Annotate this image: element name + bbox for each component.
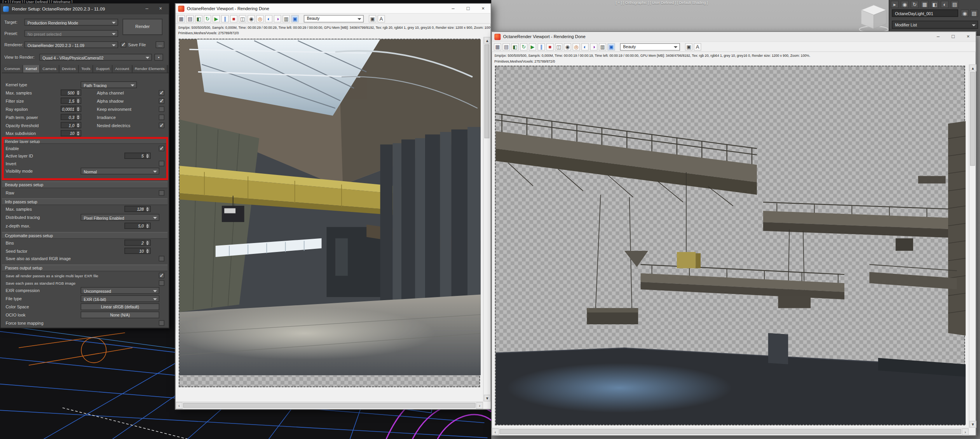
- spinner[interactable]: [145, 240, 150, 245]
- visibility-mode-dropdown[interactable]: Normal: [80, 168, 159, 175]
- file-type-dropdown[interactable]: EXR (16-bit): [80, 295, 159, 302]
- max-subdivision-field[interactable]: 10: [61, 130, 81, 136]
- scroll-down-icon[interactable]: ▾: [484, 395, 491, 402]
- keep-environment-checkbox[interactable]: [159, 106, 164, 112]
- minimize-button[interactable]: –: [931, 32, 946, 42]
- scroll-up-icon[interactable]: ▴: [484, 37, 491, 44]
- spinner[interactable]: [76, 114, 81, 119]
- close-button[interactable]: ×: [961, 32, 976, 42]
- invert-checkbox[interactable]: [159, 161, 164, 166]
- render-canvas[interactable]: [495, 66, 965, 425]
- distributed-tracing-dropdown[interactable]: Pixel Filtering Enabled: [80, 214, 159, 221]
- spinner[interactable]: [145, 153, 150, 158]
- spinner[interactable]: [76, 131, 81, 136]
- view-to-render-dropdown[interactable]: Quad 4 - VRayPhysicalCamera02: [39, 54, 152, 61]
- about-octane-icon[interactable]: A: [377, 15, 385, 22]
- save-file-checkbox[interactable]: [120, 42, 126, 47]
- tab-tools[interactable]: Tools: [79, 65, 94, 72]
- target-dropdown[interactable]: Production Rendering Mode: [24, 19, 118, 26]
- save-image-icon[interactable]: ◫: [239, 15, 246, 22]
- nested-dielectrics-checkbox[interactable]: [159, 122, 164, 128]
- render-button[interactable]: Render: [122, 19, 162, 35]
- select-by-name-icon[interactable]: ◉: [901, 1, 909, 8]
- pick-white-balance-icon[interactable]: ◐: [581, 43, 589, 50]
- pause-render-icon[interactable]: ∥: [537, 43, 545, 50]
- save-multilayer-checkbox[interactable]: [159, 273, 164, 278]
- pick-material-icon[interactable]: ◑: [590, 43, 597, 50]
- lock-viewport-icon[interactable]: ▣: [369, 15, 376, 22]
- rotate-icon[interactable]: ↻: [910, 1, 919, 8]
- scale-icon[interactable]: ▦: [921, 1, 929, 8]
- scrollbar-thumb[interactable]: [485, 44, 490, 138]
- camera-lock-icon[interactable]: ◉: [564, 43, 571, 50]
- path-term-power-field[interactable]: 0,3: [61, 114, 81, 120]
- alpha-shadow-checkbox[interactable]: [159, 98, 164, 104]
- z-depth-max-field[interactable]: 5,0: [124, 223, 151, 229]
- restart-render-icon[interactable]: ↻: [520, 43, 527, 50]
- render-passes-icon[interactable]: ▥: [282, 15, 290, 22]
- max-samples-field[interactable]: 500: [61, 89, 81, 96]
- realtime-render-icon[interactable]: ▶: [529, 43, 536, 50]
- object-name-field[interactable]: OctaneDayLight_001: [892, 9, 958, 17]
- region-render-icon[interactable]: ◧: [511, 43, 519, 50]
- bins-field[interactable]: 2: [124, 240, 151, 246]
- tab-support[interactable]: Support: [93, 65, 112, 72]
- horizontal-scrollbar[interactable]: ‹ ›: [492, 428, 969, 435]
- alpha-checker-icon[interactable]: ▦: [494, 43, 501, 50]
- scrollbar-thumb[interactable]: [970, 72, 975, 166]
- exr-compression-dropdown[interactable]: Uncompressed: [80, 287, 159, 294]
- spinner[interactable]: [145, 223, 150, 228]
- spinner[interactable]: [145, 248, 150, 254]
- about-octane-icon[interactable]: A: [694, 43, 701, 50]
- maximize-button[interactable]: □: [946, 32, 961, 42]
- close-button[interactable]: ×: [476, 4, 491, 14]
- seed-factor-field[interactable]: 10: [124, 248, 151, 254]
- spinner[interactable]: [76, 122, 81, 128]
- pin-stack-icon[interactable]: ◉: [961, 9, 969, 17]
- maximize-button[interactable]: □: [460, 4, 476, 14]
- pick-material-icon[interactable]: ◑: [274, 15, 281, 22]
- close-button[interactable]: ×: [154, 4, 167, 14]
- mirror-icon[interactable]: ◐: [941, 1, 949, 8]
- horizontal-scrollbar[interactable]: ‹ ›: [176, 402, 483, 409]
- kernel-type-dropdown[interactable]: Path Tracing: [80, 81, 137, 88]
- active-layer-id-field[interactable]: 5: [124, 152, 151, 159]
- stop-render-icon[interactable]: ■: [546, 43, 554, 50]
- render-canvas[interactable]: [179, 39, 480, 387]
- spinner[interactable]: [145, 206, 150, 212]
- force-tone-mapping-checkbox[interactable]: [159, 320, 164, 326]
- region-render-icon[interactable]: ◧: [195, 15, 202, 22]
- color-space-button[interactable]: Linear sRGB (default): [80, 303, 159, 310]
- scroll-left-icon[interactable]: ‹: [176, 402, 183, 409]
- scroll-right-icon[interactable]: ›: [962, 429, 969, 436]
- minimize-button[interactable]: –: [446, 4, 461, 14]
- layer-manager-icon[interactable]: ▤: [950, 1, 959, 8]
- pick-focus-icon[interactable]: ◎: [256, 15, 263, 22]
- tab-account[interactable]: Account: [113, 65, 132, 72]
- window-titlebar[interactable]: OctaneRender Viewport - Rendering Done –…: [176, 4, 491, 14]
- viewcube[interactable]: [858, 1, 890, 34]
- save-each-checkbox[interactable]: [159, 280, 164, 286]
- render-passes-icon[interactable]: ▥: [599, 43, 606, 50]
- camera-lock-icon[interactable]: ◉: [248, 15, 255, 22]
- alpha-checker-icon[interactable]: ▦: [178, 15, 185, 22]
- modifier-config-icon[interactable]: ▤: [970, 9, 978, 17]
- subsampling-icon[interactable]: ▤: [186, 15, 194, 22]
- spinner[interactable]: [76, 90, 81, 95]
- lock-icon[interactable]: ▪: [154, 54, 163, 61]
- spinner[interactable]: [76, 106, 81, 111]
- irradiance-checkbox[interactable]: [159, 114, 164, 120]
- viewport-settings-icon[interactable]: ▣: [607, 43, 615, 50]
- lock-viewport-icon[interactable]: ▣: [685, 43, 692, 50]
- render-pass-dropdown[interactable]: Beauty: [304, 15, 364, 22]
- tab-devices[interactable]: Devices: [59, 65, 79, 72]
- stop-render-icon[interactable]: ■: [230, 15, 237, 22]
- spinner[interactable]: [76, 98, 81, 103]
- raw-checkbox[interactable]: [159, 190, 164, 196]
- scroll-up-icon[interactable]: ▴: [970, 65, 977, 72]
- modifier-list-dropdown[interactable]: Modifier List: [892, 21, 978, 29]
- scroll-right-icon[interactable]: ›: [476, 402, 483, 409]
- restart-render-icon[interactable]: ↻: [204, 15, 211, 22]
- render-pass-dropdown[interactable]: Beauty: [620, 43, 680, 50]
- renderer-more-button[interactable]: ...: [155, 41, 164, 48]
